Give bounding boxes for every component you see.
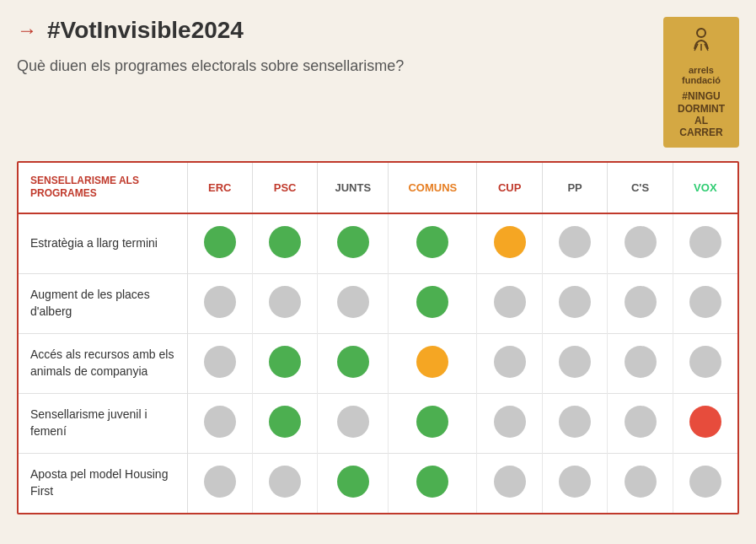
dot-gray [625,406,657,438]
logo-badge: arrelsfundació #NINGUDORMINTAL CARRER [663,17,739,148]
row-label: Accés als recursos amb els animals de co… [19,333,187,393]
col-header-cup: CUP [477,163,542,213]
cell-psc-row1 [252,273,317,333]
col-header-comuns: COMUNS [389,163,477,213]
col-header-cs: C'S [608,163,673,213]
dot-gray [337,406,369,438]
header-left: → #VotInvisible2024 Què diuen els progra… [17,17,404,75]
cell-junts-row2 [318,333,389,393]
dot-orange [416,346,448,378]
cell-erc-row0 [187,213,252,274]
cell-cup-row3 [477,393,542,453]
row-label: Sensellarisme juvenil i femení [19,393,187,453]
arrow-icon: → [17,19,37,42]
col-header-vox: VOX [673,163,737,213]
dot-green [337,226,369,258]
table-row: Augment de les places d'alberg [19,273,737,333]
page-title: #VotInvisible2024 [47,17,244,44]
page-subtitle: Què diuen els programes electorals sobre… [17,57,404,75]
cell-comuns-row3 [389,393,477,453]
row-label: Estratègia a llarg termini [19,213,187,274]
col-header-erc: ERC [187,163,252,213]
dot-gray [559,466,591,498]
dot-gray [559,286,591,318]
programs-table: SENSELLARISME ALS PROGRAMES ERC PSC JUNT… [19,163,737,513]
cell-comuns-row0 [389,213,477,274]
logo-icon [686,25,716,62]
dot-gray [689,346,721,378]
dot-gray [204,406,236,438]
dot-gray [689,226,721,258]
cell-vox-row0 [673,213,737,274]
cell-psc-row0 [252,213,317,274]
dot-gray [494,346,526,378]
dot-gray [625,346,657,378]
col-header-psc: PSC [252,163,317,213]
cell-pp-row1 [542,273,607,333]
cell-cup-row0 [477,213,542,274]
cell-cup-row2 [477,333,542,393]
cell-pp-row2 [542,333,607,393]
cell-junts-row3 [318,393,389,453]
cell-comuns-row2 [389,333,477,393]
cell-cup-row4 [477,453,542,513]
table-row: Sensellarisme juvenil i femení [19,393,737,453]
cell-cs-row2 [608,333,673,393]
dot-gray [689,286,721,318]
dot-gray [559,226,591,258]
dot-green [416,286,448,318]
dot-gray [204,466,236,498]
svg-point-0 [697,29,705,37]
dot-gray [625,226,657,258]
cell-vox-row4 [673,453,737,513]
row-label: Aposta pel model Housing First [19,453,187,513]
dot-gray [269,466,301,498]
cell-psc-row4 [252,453,317,513]
title-row: → #VotInvisible2024 [17,17,404,44]
cell-comuns-row4 [389,453,477,513]
table-header-label: SENSELLARISME ALS PROGRAMES [19,163,187,213]
cell-vox-row3 [673,393,737,453]
dot-green [204,226,236,258]
ningu-text: #NINGUDORMINTAL CARRER [673,90,729,139]
dot-gray [494,286,526,318]
row-label: Augment de les places d'alberg [19,273,187,333]
dot-green [269,346,301,378]
dot-gray [204,286,236,318]
dot-green [416,406,448,438]
dot-red [689,406,721,438]
brand-name: arrelsfundació [682,65,721,85]
cell-junts-row4 [318,453,389,513]
cell-comuns-row1 [389,273,477,333]
table-row: Estratègia a llarg termini [19,213,737,274]
dot-gray [559,406,591,438]
cell-cs-row1 [608,273,673,333]
cell-erc-row3 [187,393,252,453]
cell-cs-row4 [608,453,673,513]
dot-gray [559,346,591,378]
dot-gray [337,286,369,318]
cell-pp-row3 [542,393,607,453]
cell-cs-row0 [608,213,673,274]
cell-pp-row0 [542,213,607,274]
cell-erc-row4 [187,453,252,513]
table-header-row: SENSELLARISME ALS PROGRAMES ERC PSC JUNT… [19,163,737,213]
cell-erc-row1 [187,273,252,333]
cell-vox-row2 [673,333,737,393]
col-header-pp: PP [542,163,607,213]
dot-green [416,226,448,258]
dot-gray [494,406,526,438]
dot-gray [689,466,721,498]
col-header-junts: JUNTS [318,163,389,213]
dot-green [416,466,448,498]
cell-psc-row2 [252,333,317,393]
dot-orange [494,226,526,258]
page-header: → #VotInvisible2024 Què diuen els progra… [17,17,739,148]
dot-green [337,346,369,378]
dot-green [337,466,369,498]
table-row: Accés als recursos amb els animals de co… [19,333,737,393]
dot-green [269,226,301,258]
dot-gray [625,466,657,498]
main-table-container: SENSELLARISME ALS PROGRAMES ERC PSC JUNT… [17,161,739,514]
dot-gray [204,346,236,378]
